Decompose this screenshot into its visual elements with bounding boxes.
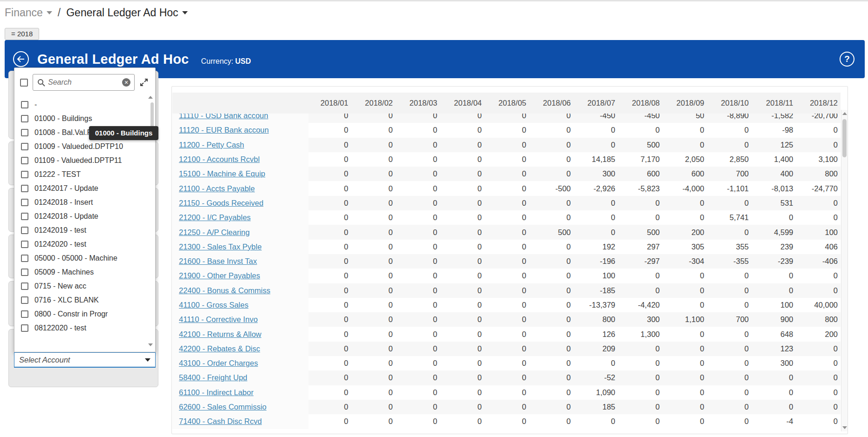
cell-value[interactable]: 0 [442, 184, 487, 193]
cell-value[interactable]: 0 [798, 373, 841, 382]
cell-value[interactable]: 0 [753, 213, 798, 222]
cell-value[interactable]: 0 [486, 403, 531, 411]
chevron-down-icon[interactable] [182, 11, 188, 14]
column-header[interactable]: 2018/02 [353, 99, 398, 108]
cell-value[interactable]: 0 [308, 373, 353, 382]
cell-value[interactable]: 0 [397, 169, 442, 178]
cell-value[interactable]: 0 [620, 126, 665, 134]
cell-value[interactable]: 0 [620, 271, 665, 280]
cell-value[interactable]: 100 [753, 301, 798, 309]
column-header[interactable]: 2018/05 [486, 99, 531, 108]
cell-value[interactable]: 0 [575, 417, 620, 426]
cell-value[interactable]: 0 [664, 373, 709, 382]
cell-value[interactable]: 700 [709, 169, 754, 178]
cell-value[interactable]: 0 [442, 403, 487, 411]
cell-value[interactable]: 900 [753, 315, 798, 324]
cell-value[interactable]: 0 [308, 184, 353, 193]
cell-value[interactable]: -500 [531, 184, 576, 193]
cell-value[interactable]: 2,850 [709, 155, 754, 164]
cell-value[interactable]: 0 [531, 169, 576, 178]
cell-value[interactable]: 0 [620, 344, 665, 353]
cell-value[interactable]: 0 [397, 388, 442, 397]
cell-value[interactable]: 500 [620, 228, 665, 237]
cell-value[interactable]: 0 [531, 199, 576, 208]
cell-value[interactable]: -5,823 [620, 184, 665, 193]
cell-value[interactable]: 0 [709, 141, 754, 149]
cell-value[interactable]: 0 [308, 126, 353, 134]
cell-value[interactable]: 0 [798, 271, 841, 280]
cell-value[interactable]: 531 [753, 199, 798, 208]
select-all-checkbox[interactable] [20, 79, 28, 87]
cell-value[interactable]: 0 [486, 228, 531, 237]
cell-value[interactable]: 0 [442, 257, 487, 266]
cell-value[interactable]: 0 [486, 330, 531, 339]
cell-value[interactable]: 0 [486, 141, 531, 149]
account-link[interactable]: 22400 - Bonus & Commiss [179, 286, 270, 295]
cell-value[interactable]: -13,379 [575, 301, 620, 309]
cell-value[interactable]: -185 [575, 286, 620, 295]
scroll-down-icon[interactable] [842, 426, 847, 429]
cell-value[interactable]: 0 [664, 344, 709, 353]
account-link[interactable]: 58400 - Freight Upd [179, 373, 247, 382]
account-link[interactable]: 21900 - Other Payables [179, 271, 260, 280]
cell-value[interactable]: 0 [798, 403, 841, 411]
cell-value[interactable]: 0 [353, 301, 398, 309]
cell-value[interactable]: 0 [486, 359, 531, 368]
cell-value[interactable]: 0 [486, 126, 531, 134]
cell-value[interactable]: 0 [397, 228, 442, 237]
list-item[interactable]: 0800 - Constr in Progr [14, 307, 155, 321]
cell-value[interactable]: 0 [397, 213, 442, 222]
cell-value[interactable]: 0 [664, 199, 709, 208]
cell-value[interactable]: 0 [353, 271, 398, 280]
cell-value[interactable]: 0 [353, 126, 398, 134]
account-link[interactable]: 41100 - Gross Sales [179, 301, 248, 309]
account-link[interactable]: 42200 - Rebates & Disc [179, 344, 260, 353]
cell-value[interactable]: 0 [709, 330, 754, 339]
cell-value[interactable]: 0 [709, 301, 754, 309]
cell-value[interactable]: 0 [531, 315, 576, 324]
cell-value[interactable]: 0 [575, 126, 620, 134]
list-item[interactable]: 05000 - 05000 - Machine [14, 251, 155, 265]
cell-value[interactable]: 0 [397, 359, 442, 368]
cell-value[interactable]: 0 [442, 330, 487, 339]
cell-value[interactable]: 0 [442, 373, 487, 382]
cell-value[interactable]: 300 [620, 315, 665, 324]
account-link[interactable]: 21200 - I/C Payables [179, 213, 251, 222]
cell-value[interactable]: 0 [620, 359, 665, 368]
cell-value[interactable]: 0 [397, 344, 442, 353]
cell-value[interactable]: 0 [753, 271, 798, 280]
cell-value[interactable]: 0 [486, 199, 531, 208]
cell-value[interactable]: 185 [575, 403, 620, 411]
cell-value[interactable]: 0 [709, 126, 754, 134]
back-button[interactable] [12, 50, 30, 68]
cell-value[interactable]: 0 [531, 242, 576, 251]
cell-value[interactable]: 0 [442, 301, 487, 309]
cell-value[interactable]: 126 [575, 330, 620, 339]
cell-value[interactable]: 0 [798, 213, 841, 222]
cell-value[interactable]: 0 [798, 286, 841, 295]
cell-value[interactable]: 0 [620, 417, 665, 426]
cell-value[interactable]: 0 [664, 359, 709, 368]
member-checkbox[interactable] [21, 296, 28, 304]
cell-value[interactable]: 500 [531, 228, 576, 237]
account-link[interactable]: 11110 - USD Bank accoun [179, 114, 268, 120]
cell-value[interactable]: 0 [575, 199, 620, 208]
column-header[interactable]: 2018/03 [397, 99, 442, 108]
cell-value[interactable]: 0 [709, 286, 754, 295]
cell-value[interactable]: 4,599 [753, 228, 798, 237]
cell-value[interactable]: -297 [620, 257, 665, 266]
account-link[interactable]: 41110 - Corrective Invo [179, 315, 258, 324]
cell-value[interactable]: 0 [353, 359, 398, 368]
help-icon[interactable]: ? [840, 52, 854, 67]
cell-value[interactable]: 0 [353, 155, 398, 164]
account-link[interactable]: 71400 - Cash Disc Rcvd [179, 417, 262, 426]
cell-value[interactable]: 0 [709, 388, 754, 397]
cell-value[interactable]: 0 [709, 271, 754, 280]
cell-value[interactable]: -98 [753, 126, 798, 134]
member-checkbox[interactable] [21, 324, 28, 332]
cell-value[interactable]: 0 [308, 271, 353, 280]
cell-value[interactable]: 0 [397, 417, 442, 426]
cell-value[interactable]: -355 [709, 257, 754, 266]
cell-value[interactable]: 0 [531, 388, 576, 397]
chevron-down-icon[interactable] [47, 11, 52, 14]
